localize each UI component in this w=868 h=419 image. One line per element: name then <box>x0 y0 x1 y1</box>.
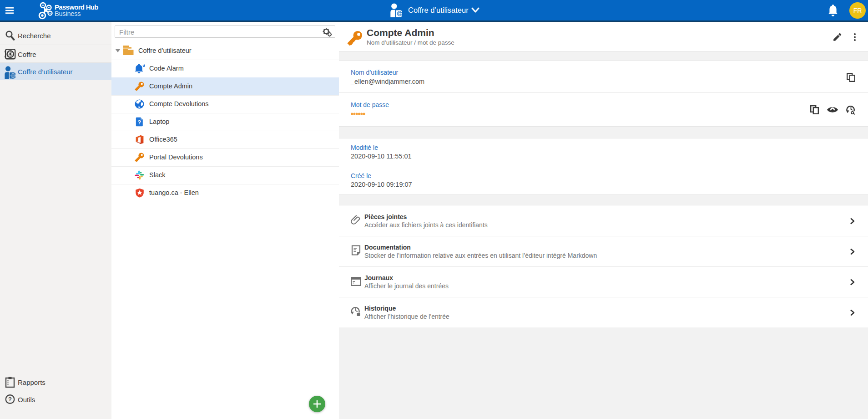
svg-text:?: ? <box>8 396 12 403</box>
svg-text:?: ? <box>137 119 141 126</box>
